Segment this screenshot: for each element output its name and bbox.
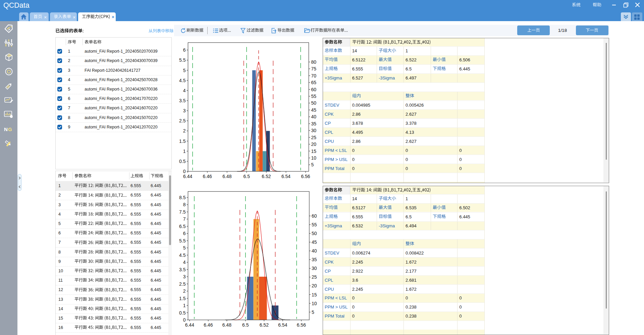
svg-text:1.5: 1.5 [179, 296, 186, 301]
svg-text:2.5: 2.5 [179, 118, 186, 123]
svg-text:15: 15 [311, 149, 317, 154]
svg-text:35: 35 [311, 121, 317, 126]
svg-text:6.52: 6.52 [262, 174, 271, 179]
svg-text:25: 25 [311, 135, 317, 140]
svg-text:0: 0 [183, 317, 186, 323]
svg-text:6.46: 6.46 [204, 322, 213, 328]
svg-text:0: 0 [183, 169, 186, 174]
svg-text:6.54: 6.54 [281, 174, 290, 179]
svg-text:1: 1 [183, 303, 186, 308]
svg-text:3.5: 3.5 [179, 267, 186, 272]
svg-text:6.46: 6.46 [203, 174, 212, 179]
svg-text:2: 2 [183, 288, 186, 294]
svg-text:70: 70 [311, 73, 317, 78]
svg-text:35: 35 [312, 257, 317, 262]
svg-text:6.44: 6.44 [185, 322, 194, 328]
svg-text:8.5: 8.5 [179, 195, 186, 200]
svg-text:6.56: 6.56 [301, 174, 310, 179]
svg-text:65: 65 [311, 80, 317, 85]
svg-text:7.5: 7.5 [179, 209, 186, 215]
svg-text:3.5: 3.5 [179, 98, 186, 103]
svg-text:40: 40 [311, 114, 317, 119]
svg-text:8: 8 [183, 202, 186, 207]
svg-text:5: 5 [312, 310, 314, 315]
svg-text:1: 1 [183, 149, 186, 154]
svg-text:25: 25 [312, 274, 317, 280]
svg-text:N: N [4, 126, 8, 132]
svg-text:10: 10 [312, 301, 317, 306]
svg-text:2.5: 2.5 [179, 281, 186, 287]
svg-text:4.5: 4.5 [179, 78, 186, 83]
svg-text:80: 80 [311, 59, 317, 65]
svg-text:45: 45 [311, 107, 317, 113]
svg-text:45: 45 [312, 239, 317, 245]
svg-text:60: 60 [311, 87, 317, 92]
svg-text:6.5: 6.5 [242, 322, 249, 328]
svg-text:30: 30 [311, 128, 317, 133]
svg-text:6: 6 [183, 231, 186, 236]
svg-text:6: 6 [183, 47, 186, 53]
svg-text:55: 55 [312, 222, 317, 227]
svg-text:50: 50 [311, 100, 317, 106]
svg-text:20: 20 [312, 283, 317, 288]
svg-text:6.48: 6.48 [222, 174, 231, 179]
svg-text:5: 5 [183, 245, 186, 250]
svg-text:6.5: 6.5 [179, 224, 186, 229]
svg-text:3: 3 [183, 274, 186, 279]
svg-text:15: 15 [312, 292, 317, 297]
svg-text:55: 55 [311, 94, 317, 99]
svg-text:0.5: 0.5 [179, 310, 186, 316]
svg-text:4.5: 4.5 [179, 253, 186, 258]
svg-text:5: 5 [183, 68, 186, 73]
svg-text:5: 5 [311, 162, 314, 167]
svg-text:2: 2 [183, 128, 186, 133]
svg-text:10: 10 [311, 155, 317, 161]
svg-text:20: 20 [311, 142, 317, 147]
svg-text:6.5: 6.5 [244, 174, 250, 179]
svg-text:6.52: 6.52 [260, 322, 269, 328]
svg-text:6.54: 6.54 [278, 322, 287, 328]
svg-text:6.56: 6.56 [297, 322, 306, 328]
svg-text:50: 50 [312, 231, 317, 236]
svg-text:4: 4 [183, 260, 186, 265]
svg-text:7: 7 [183, 216, 186, 222]
svg-text:0.5: 0.5 [179, 159, 186, 164]
svg-text:6.44: 6.44 [183, 174, 192, 179]
svg-text:4: 4 [183, 88, 186, 93]
svg-text:5.5: 5.5 [179, 57, 186, 63]
svg-text:3: 3 [183, 108, 186, 113]
svg-text:6.48: 6.48 [222, 322, 231, 328]
svg-text:40: 40 [312, 248, 317, 254]
svg-text:1.5: 1.5 [179, 138, 186, 144]
svg-text:G: G [8, 126, 12, 132]
svg-text:75: 75 [311, 66, 317, 71]
svg-text:5.5: 5.5 [179, 238, 186, 243]
svg-text:60: 60 [312, 213, 317, 219]
svg-text:30: 30 [312, 266, 317, 271]
